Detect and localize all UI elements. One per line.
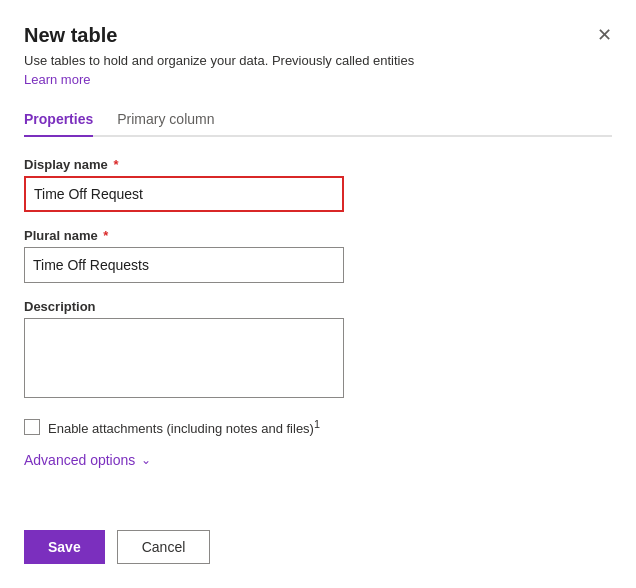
tab-properties[interactable]: Properties xyxy=(24,103,93,137)
tab-primary-column[interactable]: Primary column xyxy=(117,103,214,137)
display-name-group: Display name * xyxy=(24,157,612,212)
advanced-options-label: Advanced options xyxy=(24,452,135,468)
description-group: Description xyxy=(24,299,612,402)
dialog-subtitle: Use tables to hold and organize your dat… xyxy=(24,53,612,68)
required-star: * xyxy=(110,157,119,172)
close-button[interactable]: ✕ xyxy=(597,26,612,44)
attachments-checkbox[interactable] xyxy=(24,419,40,435)
tab-bar: Properties Primary column xyxy=(24,103,612,137)
dialog-title: New table xyxy=(24,24,117,47)
save-button[interactable]: Save xyxy=(24,530,105,564)
display-name-label: Display name * xyxy=(24,157,612,172)
plural-name-group: Plural name * xyxy=(24,228,612,283)
attachments-label: Enable attachments (including notes and … xyxy=(48,418,320,436)
plural-name-label: Plural name * xyxy=(24,228,612,243)
required-star-plural: * xyxy=(100,228,109,243)
advanced-options-button[interactable]: Advanced options ⌄ xyxy=(24,452,612,468)
learn-more-link[interactable]: Learn more xyxy=(24,72,612,87)
plural-name-input[interactable] xyxy=(24,247,344,283)
description-label: Description xyxy=(24,299,612,314)
dialog-footer: Save Cancel xyxy=(24,530,612,564)
cancel-button[interactable]: Cancel xyxy=(117,530,211,564)
new-table-dialog: New table ✕ Use tables to hold and organ… xyxy=(0,0,636,588)
description-input[interactable] xyxy=(24,318,344,398)
attachments-row: Enable attachments (including notes and … xyxy=(24,418,612,436)
chevron-down-icon: ⌄ xyxy=(141,453,151,467)
dialog-header: New table ✕ xyxy=(24,24,612,47)
display-name-input[interactable] xyxy=(24,176,344,212)
